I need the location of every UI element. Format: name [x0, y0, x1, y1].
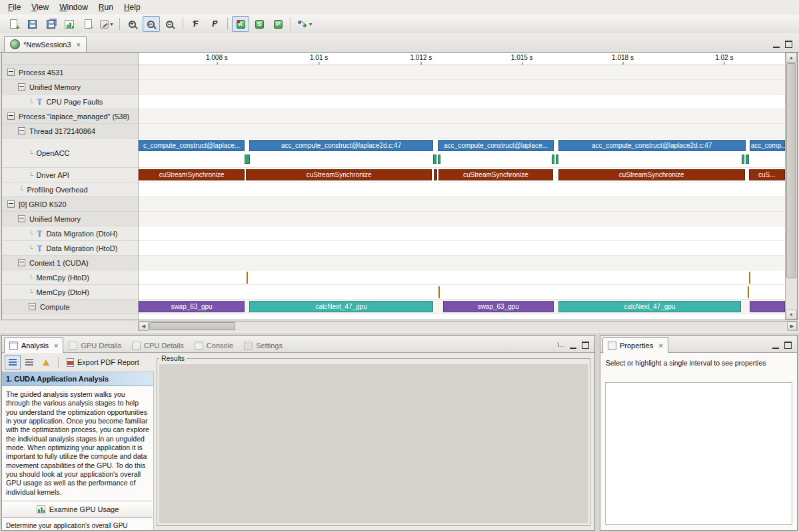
- expander-minus-icon[interactable]: [7, 69, 15, 76]
- view-menu-icon[interactable]: \..: [557, 342, 564, 349]
- tree-row-data-migration-htod[interactable]: Data Migration (HtoD): [2, 241, 138, 256]
- kernel-timeline-button[interactable]: [232, 16, 249, 32]
- timeline-row-data-migration-dtoh[interactable]: [139, 226, 785, 241]
- interval-bar[interactable]: [749, 272, 750, 284]
- minimize-icon[interactable]: [772, 342, 779, 349]
- tab-settings[interactable]: Settings: [239, 338, 288, 352]
- scroll-up-icon[interactable]: [786, 53, 797, 63]
- timeline-row-compute[interactable]: swap_63_gpucalcNext_47_gpuswap_63_gpucal…: [139, 300, 785, 314]
- maximize-icon[interactable]: [582, 342, 589, 349]
- timeline-row-data-migration-htod[interactable]: [139, 241, 785, 256]
- interval-acc-compute-construct-laplace2d-c-47[interactable]: acc_compute_construct@laplace2d.c:47: [558, 140, 746, 151]
- annotate-button[interactable]: [98, 16, 115, 32]
- interval-bar[interactable]: [245, 154, 250, 164]
- interval-bar[interactable]: [746, 154, 748, 164]
- unguided-view-button[interactable]: [21, 355, 37, 370]
- tree-row-unified-memory[interactable]: Unified Memory: [2, 80, 138, 95]
- interval-acc-compute-construct-laplace[interactable]: acc_compute_construct@laplace...: [438, 140, 554, 151]
- guided-view-button[interactable]: [5, 355, 21, 370]
- timeline-row-process-4531[interactable]: [139, 65, 785, 80]
- interval-c-compute-construct-laplace[interactable]: c_compute_construct@laplace...: [139, 140, 245, 151]
- menu-view[interactable]: View: [26, 1, 54, 14]
- timeline-row-unified-memory[interactable]: [139, 212, 785, 226]
- interval-bar[interactable]: [434, 169, 437, 180]
- minimize-icon[interactable]: [773, 41, 780, 48]
- tree-row-memcpy-dtoh[interactable]: MemCpy (DtoH): [2, 285, 138, 300]
- interval-bar[interactable]: [247, 272, 248, 284]
- interval-acc-compute-construct-laplace2d-c-47[interactable]: acc_compute_construct@laplace2d.c:47: [249, 140, 433, 151]
- summary-chart-button[interactable]: [61, 16, 78, 32]
- tree-row-thread-3172140864[interactable]: Thread 3172140864: [2, 124, 138, 138]
- timeline-row-cpu-page-faults[interactable]: [139, 95, 785, 109]
- tree-row-openacc[interactable]: OpenACC: [2, 138, 138, 168]
- interval-bar[interactable]: [438, 154, 440, 164]
- interval-bar[interactable]: [742, 154, 744, 164]
- examine-gpu-usage-button[interactable]: Examine GPU Usage: [3, 501, 153, 518]
- interval-custreamsynchronize[interactable]: cuStreamSynchronize: [139, 169, 245, 180]
- interval-bar[interactable]: [438, 286, 440, 298]
- expander-minus-icon[interactable]: [18, 83, 25, 91]
- interval-swap-63-gpu[interactable]: swap_63_gpu: [139, 301, 245, 312]
- tree-row-profiling-overhead[interactable]: Profiling Overhead: [2, 182, 138, 197]
- tree-row-0-grid-k520[interactable]: [0] GRID K520: [2, 197, 138, 212]
- interval-bar[interactable]: [748, 286, 749, 298]
- timeline-row-process-laplace-managed-538[interactable]: [139, 109, 785, 124]
- maximize-icon[interactable]: [785, 41, 792, 48]
- timeline-row-unified-memory[interactable]: [139, 80, 785, 95]
- timeline-row-openacc[interactable]: c_compute_construct@laplace...acc_comput…: [139, 138, 785, 168]
- scroll-down-icon[interactable]: [786, 310, 797, 320]
- zoom-out-button[interactable]: [143, 16, 160, 32]
- export-profile-button[interactable]: [79, 16, 97, 32]
- scroll-right-icon[interactable]: [787, 322, 797, 331]
- hscroll-thumb[interactable]: [149, 322, 235, 330]
- zoom-fit-button[interactable]: [161, 16, 179, 32]
- minimize-icon[interactable]: [570, 342, 576, 349]
- maximize-icon[interactable]: [784, 342, 792, 349]
- menu-help[interactable]: Help: [119, 1, 146, 14]
- menu-file[interactable]: File: [3, 1, 26, 14]
- zoom-in-button[interactable]: [124, 16, 141, 32]
- save-session-button[interactable]: [23, 16, 41, 32]
- close-tab-icon[interactable]: [658, 342, 662, 350]
- timeline-vscrollbar[interactable]: [785, 53, 797, 320]
- tab-properties[interactable]: Properties: [602, 337, 668, 353]
- tree-row-cpu-page-faults[interactable]: CPU Page Faults: [2, 95, 138, 109]
- menu-run[interactable]: Run: [93, 1, 119, 14]
- dropdown-arrow-icon[interactable]: [309, 21, 312, 27]
- back-button[interactable]: [38, 355, 54, 370]
- expander-minus-icon[interactable]: [7, 113, 15, 120]
- interval-bar[interactable]: [552, 154, 554, 164]
- tab-console[interactable]: Console: [189, 338, 239, 352]
- vscroll-thumb[interactable]: [786, 63, 796, 278]
- menu-window[interactable]: Window: [54, 1, 93, 14]
- timeline-row-driver-api[interactable]: cuStreamSynchronizecuStreamSynchronizecu…: [139, 168, 785, 182]
- interval-bar[interactable]: [556, 154, 558, 164]
- tree-row-memcpy-htod[interactable]: MemCpy (HtoD): [2, 270, 138, 285]
- timeline-row-thread-3172140864[interactable]: [139, 124, 785, 138]
- session-tab[interactable]: *NewSession3: [4, 36, 87, 52]
- interval-bar[interactable]: [750, 301, 785, 312]
- timeline-hscrollbar[interactable]: [138, 321, 798, 331]
- timeline-row-context-1-cuda[interactable]: [139, 256, 785, 270]
- expander-minus-icon[interactable]: [18, 259, 25, 266]
- interval-calcnext-47-gpu[interactable]: calcNext_47_gpu: [558, 301, 742, 312]
- interval-cus[interactable]: cuS...: [749, 169, 785, 180]
- flag-next-button[interactable]: [206, 16, 223, 32]
- interval-custreamsynchronize[interactable]: cuStreamSynchronize: [558, 169, 745, 180]
- process-timeline-button[interactable]: [269, 16, 287, 32]
- interval-bar[interactable]: [433, 154, 436, 164]
- expander-minus-icon[interactable]: [18, 215, 25, 222]
- tab-analysis[interactable]: Analysis: [4, 337, 63, 353]
- expander-minus-icon[interactable]: [7, 200, 15, 208]
- tab-cpu-details[interactable]: CPU Details: [127, 338, 189, 352]
- tree-row-driver-api[interactable]: Driver API: [2, 168, 138, 182]
- tree-row-process-4531[interactable]: Process 4531: [2, 65, 138, 80]
- timeline-row-0-grid-k520[interactable]: [139, 197, 785, 212]
- tree-row-process-laplace-managed-538[interactable]: Process "laplace_managed" (538): [2, 109, 138, 124]
- tree-row-compute[interactable]: Compute: [2, 300, 138, 314]
- timeline-row-profiling-overhead[interactable]: [139, 182, 785, 197]
- timeline-row-memcpy-htod[interactable]: [139, 270, 785, 285]
- interval-swap-63-gpu[interactable]: swap_63_gpu: [443, 301, 554, 312]
- scroll-left-icon[interactable]: [139, 322, 149, 331]
- tab-gpu-details[interactable]: GPU Details: [63, 338, 127, 352]
